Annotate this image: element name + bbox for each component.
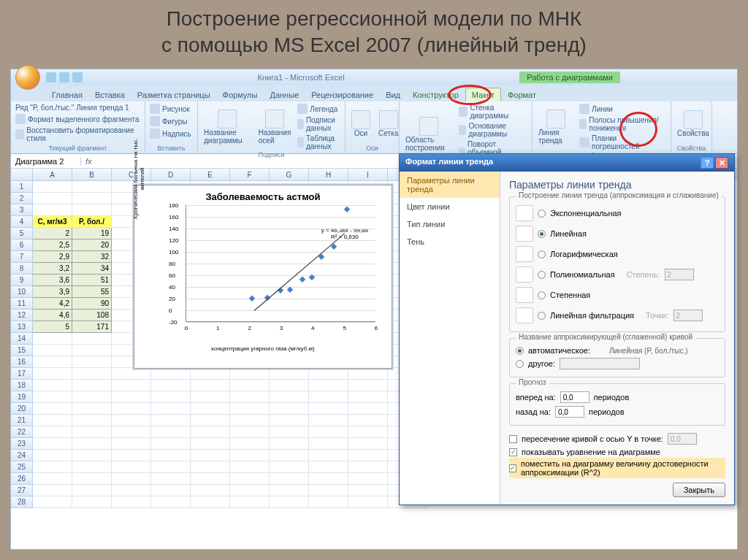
cell[interactable] (112, 391, 151, 403)
cell[interactable] (72, 368, 112, 380)
trend-type-option[interactable]: Степенная (516, 285, 719, 305)
row-header[interactable]: 19 (11, 391, 33, 403)
select-all-corner[interactable] (11, 169, 33, 181)
cell[interactable]: 5 (33, 321, 72, 333)
cell[interactable] (348, 391, 388, 403)
cell[interactable] (72, 461, 112, 473)
cell[interactable]: 108 (72, 310, 112, 321)
chart-title-button[interactable]: Название диаграммы (201, 108, 253, 146)
row-header[interactable]: 6 (11, 239, 33, 251)
cell[interactable]: 55 (72, 286, 112, 298)
tab-Вставка[interactable]: Вставка (89, 88, 131, 101)
cell[interactable] (348, 438, 388, 450)
properties-button[interactable]: Свойства (674, 109, 712, 139)
cell[interactable] (309, 450, 348, 461)
tab-Главная[interactable]: Главная (46, 88, 88, 101)
row-header[interactable]: 17 (11, 368, 33, 380)
cell[interactable] (230, 415, 270, 426)
cell[interactable] (151, 450, 191, 461)
cell[interactable] (309, 403, 348, 415)
cell[interactable] (309, 461, 348, 473)
insert-textbox-button[interactable]: Надпись (148, 128, 194, 139)
plot-area-button[interactable]: Область построения (402, 115, 455, 153)
cell[interactable] (72, 485, 112, 496)
chart-floor-button[interactable]: Основание диаграммы (457, 121, 529, 139)
cell[interactable]: 3,6 (33, 275, 72, 286)
tab-Формулы[interactable]: Формулы (217, 88, 264, 101)
name-box[interactable]: Диаграмма 2 (11, 157, 81, 166)
cell[interactable] (191, 496, 230, 508)
tab-Конструктор[interactable]: Конструктор (407, 88, 465, 101)
tab-Формат[interactable]: Формат (502, 88, 542, 101)
close-button[interactable]: Закрыть (673, 483, 725, 497)
forecast-forward-input[interactable] (560, 391, 589, 403)
cell[interactable] (112, 473, 151, 485)
axis-titles-button[interactable]: Названия осей (256, 108, 294, 146)
cell[interactable] (270, 450, 309, 461)
cell[interactable] (270, 403, 309, 415)
tab-Данные[interactable]: Данные (264, 88, 305, 101)
cell[interactable]: 19 (72, 228, 112, 239)
cell[interactable]: 20 (72, 239, 112, 251)
cell[interactable]: 3,2 (33, 263, 72, 275)
column-header[interactable]: H (309, 169, 348, 181)
cell[interactable] (72, 473, 112, 485)
cell[interactable] (33, 438, 72, 450)
cell[interactable]: 2,5 (33, 239, 72, 251)
cell[interactable]: 51 (72, 275, 112, 286)
cell[interactable] (230, 461, 270, 473)
row-header[interactable]: 20 (11, 403, 33, 415)
cell[interactable] (151, 391, 191, 403)
tab-Разметка страницы[interactable]: Разметка страницы (131, 88, 216, 101)
reset-style-button[interactable]: Восстановить форматирование стиля (14, 126, 142, 143)
row-header[interactable]: 21 (11, 415, 33, 426)
cell[interactable] (72, 415, 112, 426)
trend-type-option[interactable]: Логарифмическая (516, 244, 719, 264)
cell[interactable] (309, 496, 348, 508)
cell[interactable]: 2 (33, 228, 72, 239)
row-header[interactable]: 10 (11, 286, 33, 298)
dialog-nav-item[interactable]: Тип линии (400, 215, 500, 233)
cell[interactable] (309, 391, 348, 403)
quick-access-toolbar[interactable] (46, 72, 83, 83)
cell[interactable] (191, 426, 230, 438)
cell[interactable] (72, 426, 112, 438)
row-header[interactable]: 12 (11, 310, 33, 321)
office-button[interactable] (15, 65, 40, 90)
cell[interactable] (151, 496, 191, 508)
cell[interactable] (191, 485, 230, 496)
cell[interactable] (33, 380, 72, 391)
row-header[interactable]: 8 (11, 263, 33, 275)
cell[interactable] (270, 461, 309, 473)
cell[interactable] (112, 415, 151, 426)
cell[interactable] (309, 485, 348, 496)
cell[interactable] (270, 473, 309, 485)
cell[interactable] (151, 403, 191, 415)
dialog-close-button[interactable]: ✕ (715, 157, 728, 169)
row-header[interactable]: 18 (11, 380, 33, 391)
cell[interactable] (348, 473, 388, 485)
cell[interactable] (112, 485, 151, 496)
cell[interactable] (151, 461, 191, 473)
chart-wall-button[interactable]: Стенка диаграммы (457, 103, 529, 120)
cell[interactable]: 90 (72, 298, 112, 310)
cell[interactable] (72, 204, 112, 216)
cell[interactable] (348, 485, 388, 496)
cell[interactable] (72, 438, 112, 450)
cell[interactable]: 2,9 (33, 251, 72, 263)
insert-picture-button[interactable]: Рисунок (148, 103, 194, 115)
row-header[interactable]: 16 (11, 356, 33, 368)
cell[interactable] (191, 380, 230, 391)
trendline-button[interactable]: Линия тренда (535, 108, 576, 146)
cell[interactable] (348, 403, 388, 415)
name-other-input[interactable] (560, 358, 640, 369)
show-equation-checkbox[interactable]: показывать уравнение на диаграмме (509, 446, 725, 458)
cell[interactable] (270, 380, 309, 391)
column-header[interactable]: A (33, 169, 72, 181)
tab-Рецензирование[interactable]: Рецензирование (305, 88, 379, 101)
dialog-nav-item[interactable]: Цвет линии (400, 198, 500, 215)
cell[interactable] (33, 368, 72, 380)
cell[interactable] (33, 403, 72, 415)
cell[interactable] (33, 193, 72, 204)
row-header[interactable]: 13 (11, 321, 33, 333)
